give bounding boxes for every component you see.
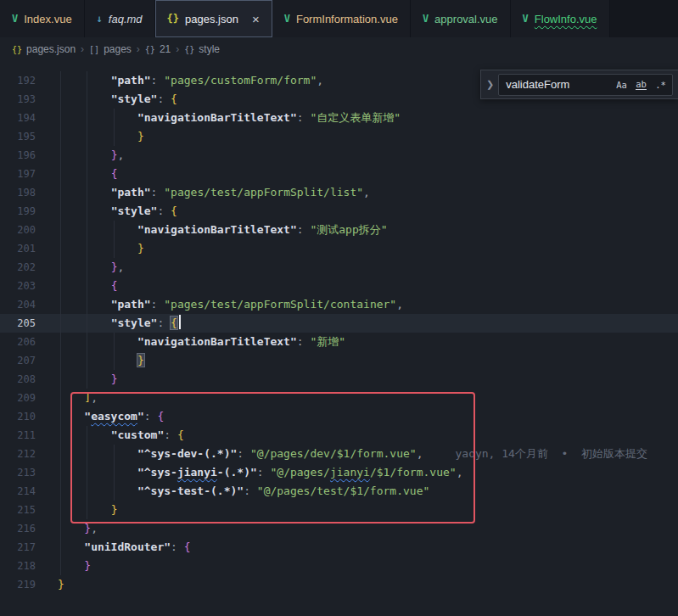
code-text: "style": { bbox=[58, 202, 678, 221]
breadcrumb-item-pages[interactable]: []pages bbox=[89, 43, 132, 55]
regex-button[interactable]: .* bbox=[652, 76, 670, 93]
line-number[interactable]: 200 bbox=[0, 221, 58, 239]
line-number[interactable]: 218 bbox=[0, 557, 58, 575]
tab-FlowInfo.vue[interactable]: VFlowInfo.vue bbox=[511, 0, 610, 37]
tab-Index.vue[interactable]: VIndex.vue bbox=[0, 0, 85, 37]
code-line[interactable]: 212 "^sys-dev-(.*)": "@/pages/dev/$1/for… bbox=[0, 445, 678, 463]
code-line[interactable]: 215 } bbox=[0, 501, 678, 519]
line-number[interactable]: 201 bbox=[0, 239, 58, 258]
line-number[interactable]: 219 bbox=[0, 575, 58, 594]
indent-guide bbox=[87, 426, 87, 519]
line-number[interactable]: 196 bbox=[0, 146, 58, 165]
match-case-button[interactable]: Aa bbox=[613, 76, 630, 93]
line-number[interactable]: 217 bbox=[0, 538, 58, 557]
code-line[interactable]: 200 "navigationBarTitleText": "测试app拆分" bbox=[0, 221, 678, 239]
code-line[interactable]: 219} bbox=[0, 575, 678, 594]
tab-bar: VIndex.vue↓faq.md{}pages.json×VFormInfor… bbox=[0, 0, 678, 37]
line-number[interactable]: 195 bbox=[0, 127, 58, 146]
code-line[interactable]: 198 "path": "pages/test/appFormSplit/lis… bbox=[0, 183, 678, 202]
code-text: "style": { bbox=[58, 314, 678, 333]
code-text: "navigationBarTitleText": "自定义表单新增" bbox=[58, 109, 678, 127]
code-line[interactable]: 195 } bbox=[0, 127, 678, 146]
code-text: } bbox=[58, 127, 678, 146]
json-file-icon: {} bbox=[12, 45, 22, 54]
line-number[interactable]: 216 bbox=[0, 519, 58, 538]
line-number[interactable]: 204 bbox=[0, 295, 58, 314]
code-line[interactable]: 218 } bbox=[0, 557, 678, 575]
code-line[interactable]: 211 "custom": { bbox=[0, 426, 678, 445]
breadcrumb-label: pages.json bbox=[26, 43, 76, 55]
code-line[interactable]: 197 { bbox=[0, 165, 678, 183]
line-number[interactable]: 198 bbox=[0, 183, 58, 202]
line-number[interactable]: 213 bbox=[0, 463, 58, 482]
code-line[interactable]: 210 "easycom": { bbox=[0, 407, 678, 426]
find-expand-chevron-icon[interactable]: ❯ bbox=[486, 79, 494, 90]
code-text: } bbox=[58, 557, 678, 575]
tab-faq.md[interactable]: ↓faq.md bbox=[85, 0, 155, 37]
line-number[interactable]: 209 bbox=[0, 389, 58, 407]
code-line[interactable]: 205 "style": { bbox=[0, 314, 678, 333]
whole-word-button[interactable]: ab bbox=[632, 76, 650, 93]
code-line[interactable]: 206 "navigationBarTitleText": "新增" bbox=[0, 333, 678, 351]
toggle-glyph: .* bbox=[655, 80, 666, 90]
line-number[interactable]: 199 bbox=[0, 202, 58, 221]
line-number[interactable]: 193 bbox=[0, 90, 58, 109]
breadcrumb-label: 21 bbox=[160, 43, 171, 55]
breadcrumb: {}pages.json›[]pages›{}21›{}style bbox=[0, 37, 678, 61]
tab-label: FormInformation.vue bbox=[296, 13, 398, 25]
breadcrumb-item-21[interactable]: {}21 bbox=[145, 43, 171, 55]
code-line[interactable]: 196 }, bbox=[0, 146, 678, 165]
code-text: "uniIdRouter": { bbox=[58, 538, 678, 557]
editor: 192 "path": "pages/customForm/form",193 … bbox=[0, 61, 678, 616]
line-number[interactable]: 212 bbox=[0, 445, 58, 463]
line-number[interactable]: 194 bbox=[0, 109, 58, 127]
line-number[interactable]: 192 bbox=[0, 71, 58, 90]
line-number[interactable]: 202 bbox=[0, 258, 58, 277]
line-number[interactable]: 207 bbox=[0, 351, 58, 370]
code-text: }, bbox=[58, 519, 678, 538]
code-line[interactable]: 208 } bbox=[0, 370, 678, 389]
code-line[interactable]: 194 "navigationBarTitleText": "自定义表单新增" bbox=[0, 109, 678, 127]
code-line[interactable]: 204 "path": "pages/test/appFormSplit/con… bbox=[0, 295, 678, 314]
find-input[interactable]: validateForm Aaab.* bbox=[498, 74, 673, 96]
breadcrumb-item-style[interactable]: {}style bbox=[184, 43, 220, 55]
breadcrumb-item-pages.json[interactable]: {}pages.json bbox=[12, 43, 76, 55]
vue-icon: V bbox=[423, 13, 429, 25]
line-number[interactable]: 197 bbox=[0, 165, 58, 183]
tab-approval.vue[interactable]: Vapproval.vue bbox=[411, 0, 511, 37]
code-area: 192 "path": "pages/customForm/form",193 … bbox=[0, 61, 678, 594]
line-number[interactable]: 211 bbox=[0, 426, 58, 445]
code-text: "path": "pages/test/appFormSplit/contain… bbox=[58, 295, 678, 314]
line-number[interactable]: 210 bbox=[0, 407, 58, 426]
code-text: "navigationBarTitleText": "测试app拆分" bbox=[58, 221, 678, 239]
code-line[interactable]: 209 ], bbox=[0, 389, 678, 407]
code-line[interactable]: 213 "^sys-jianyi-(.*)": "@/pages/jianyi/… bbox=[0, 463, 678, 482]
code-line[interactable]: 216 }, bbox=[0, 519, 678, 538]
tab-label: approval.vue bbox=[434, 13, 497, 25]
code-line[interactable]: 201 } bbox=[0, 239, 678, 258]
line-number[interactable]: 203 bbox=[0, 277, 58, 295]
tab-pages.json[interactable]: {}pages.json× bbox=[155, 0, 272, 37]
tab-FormInformation.vue[interactable]: VFormInformation.vue bbox=[272, 0, 411, 37]
code-text: "^sys-dev-(.*)": "@/pages/dev/$1/form.vu… bbox=[58, 445, 678, 463]
code-text: } bbox=[58, 575, 678, 594]
code-line[interactable]: 199 "style": { bbox=[0, 202, 678, 221]
indent-guide bbox=[87, 71, 87, 389]
json-icon: {} bbox=[167, 13, 179, 25]
line-number[interactable]: 205 bbox=[0, 314, 58, 333]
code-line[interactable]: 207 } bbox=[0, 351, 678, 370]
code-line[interactable]: 203 { bbox=[0, 277, 678, 295]
code-line[interactable]: 214 "^sys-test-(.*)": "@/pages/test/$1/f… bbox=[0, 482, 678, 501]
line-number[interactable]: 206 bbox=[0, 333, 58, 351]
code-text: } bbox=[58, 370, 678, 389]
indent-guide bbox=[114, 333, 115, 370]
code-text: "path": "pages/test/appFormSplit/list", bbox=[58, 183, 678, 202]
close-icon[interactable]: × bbox=[252, 13, 260, 25]
line-number[interactable]: 215 bbox=[0, 501, 58, 519]
line-number[interactable]: 214 bbox=[0, 482, 58, 501]
breadcrumb-label: pages bbox=[104, 43, 132, 55]
code-line[interactable]: 217 "uniIdRouter": { bbox=[0, 538, 678, 557]
line-number[interactable]: 208 bbox=[0, 370, 58, 389]
code-line[interactable]: 202 }, bbox=[0, 258, 678, 277]
markdown-icon: ↓ bbox=[97, 13, 103, 25]
